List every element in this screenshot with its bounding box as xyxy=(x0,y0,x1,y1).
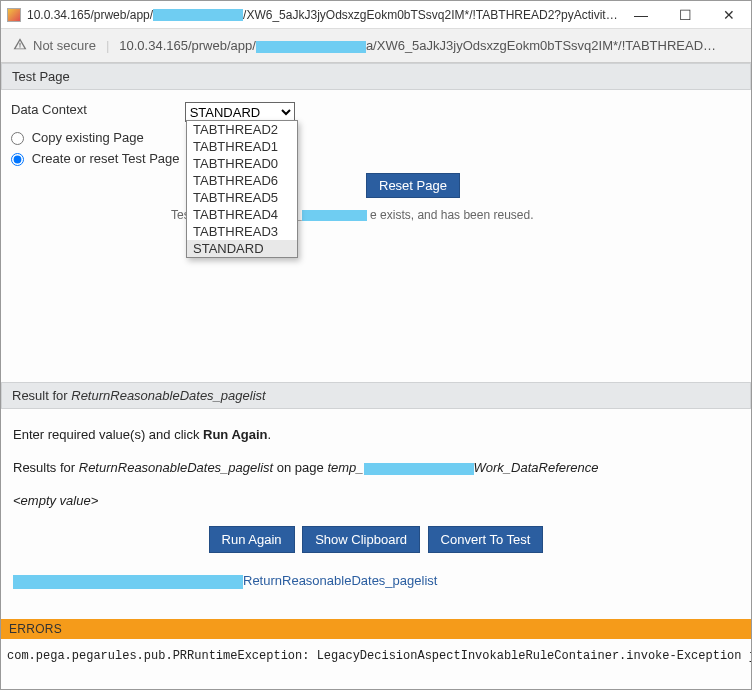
favicon-icon xyxy=(7,8,21,22)
results-for-rule: ReturnReasonableDates_pagelist xyxy=(79,460,273,475)
page-content[interactable]: Test Page Data Context STANDARD TABTHREA… xyxy=(1,63,751,690)
testpage-header: Test Page xyxy=(1,63,751,90)
redacted-segment xyxy=(302,210,367,221)
results-for-page-prefix: temp_ xyxy=(327,460,363,475)
dropdown-option[interactable]: TABTHREAD0 xyxy=(187,155,297,172)
results-for-line: Results for ReturnReasonableDates_pageli… xyxy=(13,460,739,475)
url-prefix: 10.0.34.165/prweb/app/ xyxy=(119,38,256,53)
instruction-prefix: Enter required value(s) and click xyxy=(13,427,203,442)
create-page-label: Create or reset Test Page xyxy=(32,151,180,166)
result-rule-name: ReturnReasonableDates_pagelist xyxy=(71,388,265,403)
dropdown-option[interactable]: TABTHREAD2 xyxy=(187,121,297,138)
data-context-select[interactable]: STANDARD xyxy=(185,102,295,122)
results-for-prefix: Results for xyxy=(13,460,79,475)
redacted-segment xyxy=(13,575,243,589)
instruction-suffix: . xyxy=(268,427,272,442)
errors-body: com.pega.pegarules.pub.PRRuntimeExceptio… xyxy=(1,639,751,673)
instruction-bold: Run Again xyxy=(203,427,268,442)
data-context-dropdown[interactable]: TABTHREAD2 TABTHREAD1 TABTHREAD0 TABTHRE… xyxy=(186,120,298,258)
title-suffix: /XW6_5aJkJ3jyOdsxzgEokm0bTSsvq2IM*/!TABT… xyxy=(243,8,619,22)
testpage-body: Data Context STANDARD TABTHREAD2 TABTHRE… xyxy=(1,90,751,302)
redacted-segment xyxy=(153,9,243,21)
minimize-button[interactable]: — xyxy=(619,1,663,29)
window-titlebar: 10.0.34.165/prweb/app//XW6_5aJkJ3jyOdsxz… xyxy=(1,1,751,29)
result-buttons: Run Again Show Clipboard Convert To Test xyxy=(13,526,739,553)
reset-page-button[interactable]: Reset Page xyxy=(366,173,460,198)
result-header: Result for ReturnReasonableDates_pagelis… xyxy=(1,382,751,409)
copy-page-label: Copy existing Page xyxy=(32,130,144,145)
dropdown-option[interactable]: TABTHREAD5 xyxy=(187,189,297,206)
status-suffix: e exists, and has been reused. xyxy=(370,208,533,222)
data-context-label: Data Context xyxy=(11,102,181,117)
window-title: 10.0.34.165/prweb/app//XW6_5aJkJ3jyOdsxz… xyxy=(27,8,619,22)
copy-page-radio-row: Copy existing Page xyxy=(11,130,741,145)
address-bar: Not secure | 10.0.34.165/prweb/app/a/XW6… xyxy=(1,29,751,63)
redacted-segment xyxy=(364,463,474,475)
not-secure-label: Not secure xyxy=(33,38,96,53)
error-line: com.pega.pegarules.pub.PRRuntimeExceptio… xyxy=(7,649,751,663)
warning-icon xyxy=(13,37,27,54)
rule-link-row: ReturnReasonableDates_pagelist xyxy=(13,569,739,601)
maximize-button[interactable]: ☐ xyxy=(663,1,707,29)
convert-to-test-button[interactable]: Convert To Test xyxy=(428,526,544,553)
result-prefix: Result for xyxy=(12,388,71,403)
rule-link[interactable]: ReturnReasonableDates_pagelist xyxy=(243,573,437,588)
dropdown-option[interactable]: TABTHREAD4 xyxy=(187,206,297,223)
url-suffix: a/XW6_5aJkJ3jyOdsxzgEokm0bTSsvq2IM*/!TAB… xyxy=(366,38,716,53)
dropdown-option[interactable]: TABTHREAD3 xyxy=(187,223,297,240)
dropdown-option[interactable]: TABTHREAD1 xyxy=(187,138,297,155)
errors-header: ERRORS xyxy=(1,619,751,639)
results-for-page-suffix: Work_DataReference xyxy=(474,460,599,475)
url-text[interactable]: 10.0.34.165/prweb/app/a/XW6_5aJkJ3jyOdsx… xyxy=(119,38,739,53)
create-page-radio-row: Create or reset Test Page ata Transform) xyxy=(11,149,741,169)
dropdown-option[interactable]: TABTHREAD6 xyxy=(187,172,297,189)
show-clipboard-button[interactable]: Show Clipboard xyxy=(302,526,420,553)
results-for-mid: on page xyxy=(273,460,327,475)
window-buttons: — ☐ ✕ xyxy=(619,1,751,29)
dropdown-option-selected[interactable]: STANDARD xyxy=(187,240,297,257)
separator: | xyxy=(106,38,109,53)
result-body: Enter required value(s) and click Run Ag… xyxy=(1,409,751,619)
close-button[interactable]: ✕ xyxy=(707,1,751,29)
status-line: Test 'Data_Work_ e exists, and has been … xyxy=(11,208,741,222)
title-prefix: 10.0.34.165/prweb/app/ xyxy=(27,8,153,22)
empty-value: <empty value> xyxy=(13,493,739,508)
create-page-radio[interactable] xyxy=(11,153,24,166)
run-again-button[interactable]: Run Again xyxy=(209,526,295,553)
copy-page-radio[interactable] xyxy=(11,132,24,145)
instruction-text: Enter required value(s) and click Run Ag… xyxy=(13,427,739,442)
redacted-segment xyxy=(256,41,366,53)
